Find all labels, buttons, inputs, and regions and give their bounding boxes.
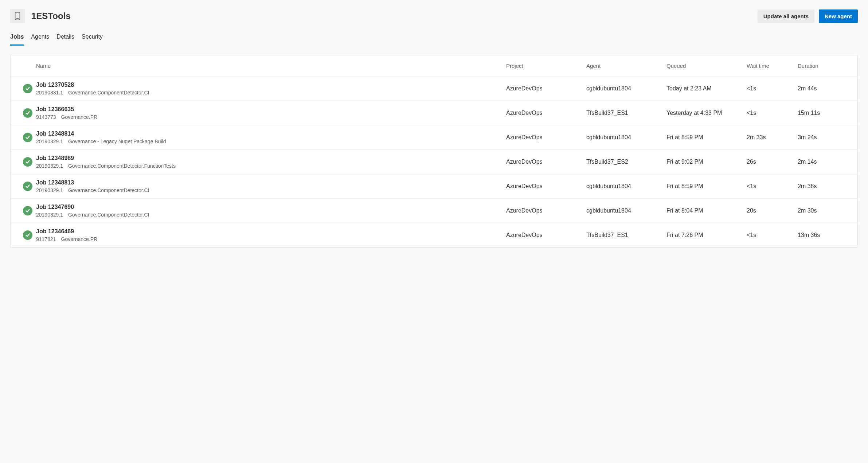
page-title: 1ESTools [31,11,71,21]
jobs-table: Name Project Agent Queued Wait time Dura… [10,55,858,248]
cell-project: AzureDevOps [506,134,586,141]
cell-duration: 2m 14s [798,159,849,165]
pool-icon [10,9,25,23]
cell-project: AzureDevOps [506,232,586,238]
cell-queued: Fri at 8:04 PM [666,207,747,214]
job-pipeline: Governance.ComponentDetector.CI [68,212,149,218]
tab-details[interactable]: Details [56,31,74,46]
new-agent-button[interactable]: New agent [819,9,858,23]
table-header: Name Project Agent Queued Wait time Dura… [11,55,857,77]
table-row[interactable]: Job 1237052820190331.1Governance.Compone… [11,77,857,101]
col-agent[interactable]: Agent [586,63,666,69]
job-pipeline: Governance.ComponentDetector.CI [68,90,149,96]
cell-queued: Fri at 7:26 PM [666,232,747,238]
tab-jobs[interactable]: Jobs [10,31,24,46]
job-pipeline: Governance.ComponentDetector.CI [68,187,149,193]
cell-project: AzureDevOps [506,85,586,92]
col-queued[interactable]: Queued [666,63,747,69]
cell-wait-time: <1s [747,85,798,92]
cell-queued: Fri at 8:59 PM [666,134,747,141]
job-build-number: 9143773 [36,114,56,120]
cell-agent: cgbldubuntu1804 [586,183,666,190]
cell-agent: TfsBuild37_ES2 [586,159,666,165]
job-pipeline: Governance.ComponentDetector.FunctionTes… [68,163,176,169]
col-name[interactable]: Name [36,63,506,69]
cell-queued: Fri at 8:59 PM [666,183,747,190]
success-icon [23,133,32,142]
job-title: Job 12348813 [36,179,506,186]
job-title: Job 12370528 [36,82,506,88]
cell-duration: 13m 36s [798,232,849,238]
job-build-number: 20190329.1 [36,139,63,144]
cell-wait-time: 2m 33s [747,134,798,141]
cell-project: AzureDevOps [506,110,586,116]
cell-queued: Fri at 9:02 PM [666,159,747,165]
job-title: Job 12348989 [36,155,506,162]
cell-wait-time: <1s [747,232,798,238]
success-icon [23,157,32,167]
success-icon [23,182,32,191]
update-all-agents-button[interactable]: Update all agents [758,9,814,23]
cell-duration: 15m 11s [798,110,849,116]
tab-security[interactable]: Security [82,31,103,46]
cell-duration: 2m 38s [798,183,849,190]
col-duration[interactable]: Duration [798,63,849,69]
tabs: JobsAgentsDetailsSecurity [10,31,858,46]
job-build-number: 9117821 [36,236,56,242]
col-wait-time[interactable]: Wait time [747,63,798,69]
cell-wait-time: <1s [747,110,798,116]
table-row[interactable]: Job 123666359143773Governance.PRAzureDev… [11,101,857,125]
table-row[interactable]: Job 1234881320190329.1Governance.Compone… [11,174,857,199]
page-header: 1ESTools Update all agents New agent [10,9,858,23]
cell-agent: TfsBuild37_ES1 [586,232,666,238]
job-pipeline: Governance - Legacy Nuget Package Build [68,139,166,144]
cell-wait-time: 20s [747,207,798,214]
cell-duration: 2m 44s [798,85,849,92]
job-pipeline: Governance.PR [61,236,98,242]
cell-queued: Yesterday at 4:33 PM [666,110,747,116]
success-icon [23,84,32,93]
cell-agent: cgbldubuntu1804 [586,134,666,141]
job-build-number: 20190329.1 [36,163,63,169]
success-icon [23,230,32,240]
success-icon [23,108,32,118]
cell-project: AzureDevOps [506,183,586,190]
job-build-number: 20190331.1 [36,90,63,96]
cell-wait-time: 26s [747,159,798,165]
cell-queued: Today at 2:23 AM [666,85,747,92]
cell-agent: cgbldubuntu1804 [586,85,666,92]
job-build-number: 20190329.1 [36,187,63,193]
job-title: Job 12346469 [36,228,506,235]
table-row[interactable]: Job 123464699117821Governance.PRAzureDev… [11,223,857,247]
cell-duration: 2m 30s [798,207,849,214]
cell-duration: 3m 24s [798,134,849,141]
success-icon [23,206,32,215]
cell-wait-time: <1s [747,183,798,190]
table-row[interactable]: Job 1234769020190329.1Governance.Compone… [11,199,857,223]
cell-agent: cgbldubuntu1804 [586,207,666,214]
job-build-number: 20190329.1 [36,212,63,218]
table-row[interactable]: Job 1234898920190329.1Governance.Compone… [11,150,857,174]
job-title: Job 12366635 [36,106,506,113]
table-row[interactable]: Job 1234881420190329.1Governance - Legac… [11,125,857,150]
cell-project: AzureDevOps [506,159,586,165]
job-title: Job 12347690 [36,204,506,210]
col-project[interactable]: Project [506,63,586,69]
job-title: Job 12348814 [36,131,506,137]
cell-project: AzureDevOps [506,207,586,214]
job-pipeline: Governance.PR [61,114,98,120]
tab-agents[interactable]: Agents [31,31,49,46]
cell-agent: TfsBuild37_ES1 [586,110,666,116]
